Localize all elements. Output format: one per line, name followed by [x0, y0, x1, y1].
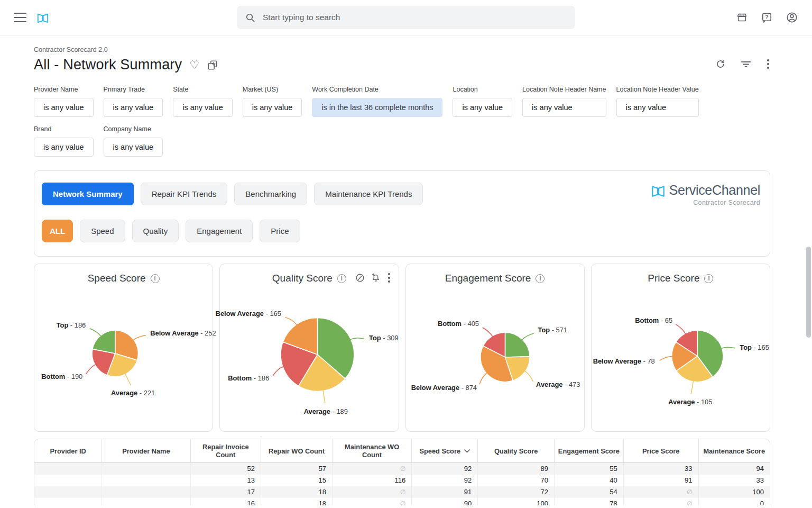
- engagement-score-pie-chart: Top - 571Average - 473Below Average - 87…: [406, 284, 584, 423]
- cell: [102, 486, 190, 498]
- pie-label-leader-line: [133, 335, 146, 340]
- info-icon[interactable]: i: [536, 274, 545, 283]
- info-icon[interactable]: i: [337, 274, 346, 283]
- chart-title: Price Score: [648, 273, 699, 284]
- tab-benchmarking[interactable]: Benchmarking: [234, 183, 307, 205]
- col-engagement-score[interactable]: Engagement Score: [554, 439, 623, 463]
- filter-value-button[interactable]: is any value: [243, 98, 302, 117]
- cell: 17: [190, 486, 261, 498]
- chip-engagement[interactable]: Engagement: [186, 220, 253, 242]
- score-filter-chips: ALL Speed Quality Engagement Price: [42, 220, 762, 242]
- cell: 100: [478, 498, 555, 506]
- cell: 18: [261, 486, 333, 498]
- filter-value-button[interactable]: is any value: [522, 98, 606, 117]
- pie-slice-label: Average - 189: [304, 407, 348, 415]
- provider-score-table-card: Provider ID Provider Name Repair Invoice…: [34, 439, 770, 505]
- pie-label-leader-line: [479, 373, 486, 384]
- filter-label: Location Note Header Value: [616, 86, 699, 93]
- cell: 15: [261, 475, 333, 486]
- chip-speed[interactable]: Speed: [80, 220, 125, 242]
- filter-value-button[interactable]: is any value: [104, 138, 163, 157]
- info-icon[interactable]: i: [151, 274, 160, 283]
- search-input[interactable]: [262, 12, 567, 23]
- help-icon[interactable]: ?: [761, 12, 773, 24]
- col-quality-score[interactable]: Quality Score: [478, 439, 555, 463]
- filter-company-name: Company Name is any value: [104, 125, 163, 157]
- col-maintenance-score[interactable]: Maintenance Score: [698, 439, 770, 463]
- filter-provider-name: Provider Name is any value: [34, 86, 94, 117]
- cell: 100: [698, 486, 770, 498]
- favorite-heart-icon[interactable]: ♡: [189, 59, 199, 70]
- col-maintenance-wo-count[interactable]: Maintenance WO Count: [332, 439, 411, 463]
- engagement-score-card: Engagement Score i Top - 571Average - 47…: [405, 264, 585, 432]
- explore-compass-icon[interactable]: [355, 273, 365, 283]
- pie-slice-label: Average - 473: [536, 381, 580, 389]
- cell: 40: [554, 475, 623, 486]
- cell: 33: [698, 475, 770, 486]
- filter-location-note-header-value: Location Note Header Value is any value: [616, 86, 699, 117]
- quality-score-pie-chart: Top - 309Average - 189Bottom - 186Below …: [220, 284, 398, 423]
- dashboard-more-menu-icon[interactable]: [766, 58, 770, 70]
- tab-repair-kpi-trends[interactable]: Repair KPI Trends: [141, 183, 228, 205]
- filter-value-button[interactable]: is any value: [34, 138, 94, 157]
- col-repair-invoice-count[interactable]: Repair Invoice Count: [190, 439, 261, 463]
- global-search[interactable]: [237, 6, 575, 29]
- tab-network-summary[interactable]: Network Summary: [42, 183, 134, 205]
- pie-slice-top[interactable]: [93, 330, 115, 353]
- filter-value-button[interactable]: is any value: [104, 98, 163, 117]
- chip-price[interactable]: Price: [260, 220, 300, 242]
- pie-slice-label: Bottom - 65: [635, 316, 672, 324]
- tab-maintenance-kpi-trends[interactable]: Maintenance KPI Trends: [314, 183, 423, 205]
- breadcrumb[interactable]: Contractor Scorecard 2.0: [34, 46, 218, 53]
- cell: [102, 463, 190, 475]
- filter-bar-row-2: Brand is any value Company Name is any v…: [34, 125, 770, 157]
- filter-value-button[interactable]: is any value: [34, 98, 94, 117]
- speed-score-pie-chart: Below Average - 252Average - 221Bottom -…: [34, 284, 213, 423]
- copy-dashboard-icon[interactable]: [207, 59, 218, 71]
- filter-primary-trade: Primary Trade is any value: [104, 86, 163, 117]
- cell: 116: [332, 475, 411, 486]
- filter-value-button[interactable]: is any value: [173, 98, 233, 117]
- cell: 55: [554, 463, 623, 475]
- pie-slice-label: Top - 571: [538, 326, 567, 334]
- col-provider-id[interactable]: Provider ID: [34, 439, 102, 463]
- info-icon[interactable]: i: [704, 274, 713, 283]
- filter-label: Market (US): [243, 86, 302, 93]
- chip-all[interactable]: ALL: [42, 220, 73, 242]
- pie-slice-label: Average - 221: [111, 389, 155, 397]
- account-icon[interactable]: [786, 11, 798, 24]
- cell-null: ∅: [332, 486, 411, 498]
- chip-quality[interactable]: Quality: [132, 220, 179, 242]
- filter-label: Location Note Header Name: [522, 86, 606, 93]
- filter-value-button[interactable]: is in the last 36 complete months: [312, 98, 442, 117]
- col-repair-wo-count[interactable]: Repair WO Count: [261, 439, 333, 463]
- pie-label-leader-line: [522, 333, 533, 340]
- filter-location-note-header-name: Location Note Header Name is any value: [522, 86, 606, 117]
- pie-label-leader-line: [691, 381, 693, 394]
- cell: [34, 463, 102, 475]
- cell: 90: [412, 498, 478, 506]
- filters-toggle-icon[interactable]: [741, 60, 751, 68]
- filter-value-button[interactable]: is any value: [616, 98, 699, 117]
- cell: [102, 498, 190, 506]
- cell: 70: [478, 475, 555, 486]
- col-speed-score[interactable]: Speed Score: [412, 439, 478, 463]
- alert-bell-icon[interactable]: [371, 273, 381, 283]
- pie-label-leader-line: [482, 328, 492, 337]
- cell: 91: [412, 486, 478, 498]
- hamburger-menu-icon[interactable]: [14, 13, 26, 22]
- servicechannel-branding: ServiceChannel Contractor Scorecard: [650, 183, 760, 206]
- col-price-score[interactable]: Price Score: [623, 439, 698, 463]
- page-scrollbar-thumb[interactable]: [806, 247, 811, 338]
- col-provider-name[interactable]: Provider Name: [102, 439, 190, 463]
- chart-title: Speed Score: [88, 273, 146, 284]
- pie-slice-label: Bottom - 190: [41, 373, 82, 381]
- tile-more-menu-icon[interactable]: [387, 272, 391, 284]
- filter-value-button[interactable]: is any value: [453, 98, 512, 117]
- servicechannel-logo-icon[interactable]: [36, 11, 50, 24]
- cell-null: ∅: [623, 486, 698, 498]
- pie-slice-label: Top - 309: [369, 334, 399, 342]
- refresh-icon[interactable]: [715, 59, 726, 69]
- cell: 92: [412, 475, 478, 486]
- marketplace-icon[interactable]: [736, 12, 748, 23]
